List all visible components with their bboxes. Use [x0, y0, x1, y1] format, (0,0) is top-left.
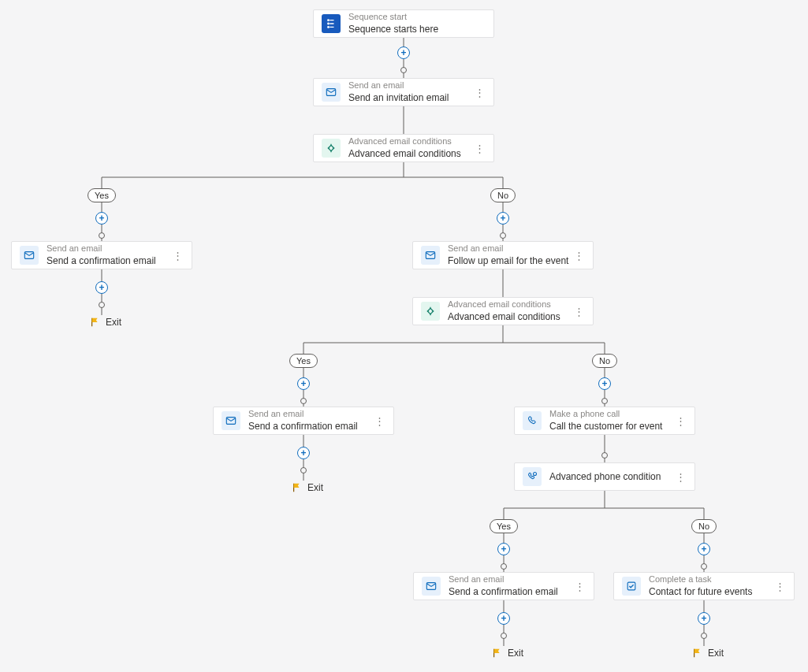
node-sequence-start[interactable]: Sequence start Sequence starts here [313, 9, 494, 38]
node-subtitle: Send an email [47, 243, 171, 254]
node-subtitle: Make a phone call [549, 409, 674, 420]
node-menu-button[interactable]: ⋮ [171, 250, 184, 262]
branch-yes-pill[interactable]: Yes [88, 188, 116, 202]
exit-node: Exit [692, 648, 724, 659]
node-menu-button[interactable]: ⋮ [573, 581, 586, 592]
branch-no-pill[interactable]: No [490, 188, 516, 202]
node-advanced-email-conditions-2[interactable]: Advanced email conditions Advanced email… [412, 297, 594, 325]
add-step-button[interactable]: + [698, 543, 710, 555]
flag-icon [692, 648, 703, 659]
drop-target[interactable] [300, 467, 307, 473]
drop-target[interactable] [701, 633, 707, 639]
drop-target[interactable] [701, 563, 707, 570]
sequence-start-icon [322, 14, 341, 33]
exit-label: Exit [708, 648, 724, 659]
drop-target[interactable] [400, 67, 407, 73]
exit-node: Exit [90, 317, 121, 328]
svg-point-20 [327, 19, 330, 21]
svg-point-29 [533, 472, 536, 475]
flag-icon [90, 317, 101, 328]
node-menu-button[interactable]: ⋮ [572, 306, 585, 317]
exit-label: Exit [106, 317, 121, 328]
exit-node: Exit [492, 648, 523, 659]
node-subtitle: Send an email [448, 243, 572, 254]
sequence-canvas: Sequence start Sequence starts here + Se… [0, 0, 808, 672]
add-step-button[interactable]: + [497, 212, 509, 225]
node-menu-button[interactable]: ⋮ [373, 415, 385, 427]
node-title: Advanced email conditions [448, 311, 572, 323]
node-send-confirmation-email-c[interactable]: Send an email Send a confirmation email … [413, 572, 594, 600]
node-title: Sequence starts here [348, 24, 486, 35]
node-send-invitation-email[interactable]: Send an email Send an invitation email ⋮ [313, 78, 494, 106]
svg-point-22 [327, 26, 330, 28]
node-advanced-phone-condition[interactable]: Advanced phone condition ⋮ [514, 462, 695, 491]
drop-target[interactable] [99, 232, 105, 239]
node-followup-email[interactable]: Send an email Follow up email for the ev… [412, 241, 594, 269]
exit-node: Exit [292, 482, 323, 493]
add-step-button[interactable]: + [698, 612, 710, 625]
add-step-button[interactable]: + [497, 612, 510, 625]
drop-target[interactable] [601, 452, 608, 459]
add-step-button[interactable]: + [297, 447, 310, 459]
condition-icon [421, 302, 440, 321]
add-step-button[interactable]: + [95, 212, 108, 225]
node-menu-button[interactable]: ⋮ [674, 471, 687, 483]
email-icon [222, 411, 240, 430]
email-icon [421, 246, 440, 265]
phone-condition-icon [523, 467, 542, 486]
node-menu-button[interactable]: ⋮ [773, 581, 786, 592]
drop-target[interactable] [601, 398, 608, 404]
email-icon [422, 577, 441, 596]
node-title: Send a confirmation email [47, 255, 171, 267]
node-advanced-email-conditions-1[interactable]: Advanced email conditions Advanced email… [313, 134, 494, 162]
branch-no-pill[interactable]: No [592, 354, 617, 368]
flag-icon [292, 482, 303, 493]
node-menu-button[interactable]: ⋮ [473, 143, 486, 154]
node-title: Contact for future events [649, 586, 773, 598]
add-step-button[interactable]: + [598, 377, 611, 390]
node-title: Call the customer for event [549, 421, 674, 433]
add-step-button[interactable]: + [95, 281, 108, 294]
node-title: Send a confirmation email [248, 421, 373, 433]
node-subtitle: Advanced email conditions [448, 299, 572, 310]
phone-icon [523, 411, 542, 430]
node-contact-future-events[interactable]: Complete a task Contact for future event… [613, 572, 795, 600]
node-title: Advanced phone condition [549, 471, 674, 483]
node-menu-button[interactable]: ⋮ [572, 250, 585, 262]
node-subtitle: Complete a task [649, 574, 773, 585]
email-icon [322, 83, 341, 102]
node-send-confirmation-email-a[interactable]: Send an email Send a confirmation email … [11, 241, 192, 269]
node-subtitle: Send an email [348, 80, 473, 91]
node-menu-button[interactable]: ⋮ [674, 415, 687, 427]
branch-no-pill[interactable]: No [691, 519, 717, 533]
node-title: Send a confirmation email [449, 586, 573, 598]
condition-icon [322, 139, 341, 158]
node-title: Advanced email conditions [348, 148, 473, 160]
drop-target[interactable] [501, 633, 507, 639]
drop-target[interactable] [99, 302, 105, 308]
node-menu-button[interactable]: ⋮ [473, 87, 486, 98]
task-icon [622, 577, 641, 596]
flag-icon [492, 648, 503, 659]
node-subtitle: Sequence start [348, 12, 486, 23]
exit-label: Exit [307, 482, 323, 493]
node-subtitle: Advanced email conditions [348, 136, 473, 147]
branch-yes-pill[interactable]: Yes [289, 354, 318, 368]
drop-target[interactable] [500, 232, 506, 239]
add-step-button[interactable]: + [297, 377, 310, 390]
node-send-confirmation-email-b[interactable]: Send an email Send a confirmation email … [213, 407, 394, 435]
add-step-button[interactable]: + [497, 543, 510, 555]
node-title: Follow up email for the event [448, 255, 572, 267]
svg-point-21 [327, 23, 330, 25]
drop-target[interactable] [501, 563, 507, 570]
drop-target[interactable] [300, 398, 307, 404]
node-title: Send an invitation email [348, 92, 473, 104]
exit-label: Exit [508, 648, 523, 659]
branch-yes-pill[interactable]: Yes [490, 519, 518, 533]
add-step-button[interactable]: + [397, 46, 410, 59]
email-icon [20, 246, 39, 265]
node-subtitle: Send an email [248, 409, 373, 420]
node-subtitle: Send an email [449, 574, 573, 585]
node-call-customer[interactable]: Make a phone call Call the customer for … [514, 407, 695, 435]
